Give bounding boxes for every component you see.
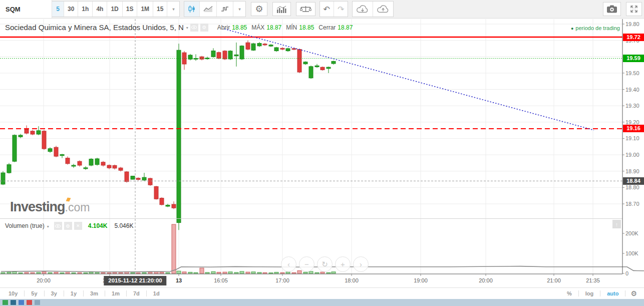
time-axis-label: 18:00 xyxy=(345,277,359,283)
chevron-left-icon: ‹ xyxy=(287,260,290,268)
volume-visibility-button[interactable] xyxy=(54,222,62,230)
time-axis-label: 20:00 xyxy=(479,277,493,283)
volume-axis-label: 200K xyxy=(625,230,638,236)
price-axis-label: 19.20 xyxy=(625,119,639,125)
ohlc-readout: Abrir18.85 MÁX18.87 MÍN18.85 Cerrar18.87 xyxy=(217,24,358,31)
eye-icon xyxy=(55,224,61,228)
volume-ma-value: 5.046K xyxy=(114,222,133,229)
scale-auto-button[interactable]: auto xyxy=(600,290,625,296)
zoom-in-button[interactable]: + xyxy=(335,256,351,272)
high-label: MÁX xyxy=(251,24,264,31)
taskbar-item[interactable] xyxy=(27,300,32,305)
volume-remove-button[interactable]: ✕ xyxy=(74,222,82,230)
volume-indicator-label[interactable]: Volumen (true) xyxy=(5,222,45,229)
minus-icon: − xyxy=(304,260,309,268)
range-3m[interactable]: 3m xyxy=(84,290,105,296)
zoom-out-button[interactable]: − xyxy=(299,256,314,272)
taskbar-item[interactable] xyxy=(11,300,16,305)
time-axis-label: 16:05 xyxy=(214,277,228,283)
series-settings-button[interactable]: ⚙ xyxy=(200,24,208,32)
session-legend: ●periodo de trading xyxy=(571,25,620,31)
price-axis-label: 19.50 xyxy=(625,70,639,76)
chevron-right-icon: › xyxy=(360,260,362,268)
plus-icon: + xyxy=(341,260,345,268)
time-axis-label: 21:35 xyxy=(586,277,600,283)
instrument-title[interactable]: Sociedad Quimica y Minera SA, Estados Un… xyxy=(5,23,184,32)
open-label: Abrir xyxy=(217,24,230,31)
close-value: 18.87 xyxy=(338,24,353,31)
pane-collapse-button[interactable]: ↑ xyxy=(612,220,621,228)
volume-axis-label: 100K xyxy=(625,250,638,256)
eye-icon xyxy=(191,26,197,29)
volume-axis-label: 0 xyxy=(625,270,628,276)
price-chip: 19.59 xyxy=(623,55,644,62)
price-axis-label: 19.40 xyxy=(625,87,639,93)
scroll-left-button[interactable]: ‹ xyxy=(281,256,296,272)
range-1d[interactable]: 1d xyxy=(147,290,166,296)
close-icon: ✕ xyxy=(76,223,80,228)
taskbar-item[interactable] xyxy=(19,300,24,305)
price-chip: 19.72 xyxy=(623,34,644,41)
price-axis-label: 18.90 xyxy=(625,168,639,174)
price-axis-label: 19.30 xyxy=(625,103,639,109)
range-10y[interactable]: 10y xyxy=(2,290,24,296)
high-value: 18.87 xyxy=(266,24,281,31)
scale-percent-button[interactable]: % xyxy=(560,290,578,296)
session-legend-label: periodo de trading xyxy=(575,25,620,31)
brand-name: Investing xyxy=(10,199,65,214)
price-chip: 18.84 xyxy=(623,177,644,185)
gear-icon: ⚙ xyxy=(630,289,637,297)
range-7d[interactable]: 7d xyxy=(127,290,146,296)
taskbar-item[interactable] xyxy=(3,300,8,305)
time-axis-label: 19:00 xyxy=(414,277,428,283)
time-axis-label: 17:00 xyxy=(275,277,289,283)
time-axis-label: 21:00 xyxy=(547,277,561,283)
price-axis-label: 19.00 xyxy=(625,152,639,158)
trading-chart-app: SQM 5 30 1h 4h 1D 1S 1M 15 ▾ xyxy=(0,0,644,306)
session-dot-icon: ● xyxy=(571,26,573,31)
axis-settings-button[interactable]: ⚙ xyxy=(625,289,644,297)
chevron-down-icon[interactable]: ▾ xyxy=(47,224,49,229)
open-value: 18.85 xyxy=(232,24,247,31)
range-1y[interactable]: 1y xyxy=(64,290,83,296)
reset-view-button[interactable]: ↻ xyxy=(317,256,333,272)
os-taskbar xyxy=(0,299,644,306)
low-label: MÍN xyxy=(286,24,297,31)
gear-icon: ⚙ xyxy=(66,223,70,229)
volume-settings-button[interactable]: ⚙ xyxy=(64,222,72,230)
brand-suffix: .com xyxy=(65,201,90,214)
arrow-up-icon: ↑ xyxy=(615,221,618,227)
bottom-toolbar: 10y 5y 3y 1y 3m 1m 7d 1d % log auto ⚙ xyxy=(0,287,644,299)
price-axis-label: 18.80 xyxy=(625,184,639,190)
scale-log-button[interactable]: log xyxy=(579,290,600,296)
range-3y[interactable]: 3y xyxy=(45,290,64,296)
volume-legend: Volumen (true) ▾ ⚙ ✕ 4.104K 5.046K xyxy=(5,222,133,230)
brand-watermark: Investing.com xyxy=(10,199,90,215)
time-axis-label: 13 xyxy=(176,277,182,283)
low-value: 18.85 xyxy=(299,24,314,31)
refresh-icon: ↻ xyxy=(321,260,328,269)
price-axis-label: 18.70 xyxy=(625,201,639,207)
range-1m[interactable]: 1m xyxy=(105,290,126,296)
price-axis-label: 19.80 xyxy=(625,21,639,27)
scroll-right-button[interactable]: › xyxy=(353,256,369,272)
price-chip: 19.16 xyxy=(623,125,644,132)
gear-icon: ⚙ xyxy=(202,25,206,30)
close-label: Cerrar xyxy=(318,24,336,31)
chevron-down-icon[interactable]: ▾ xyxy=(186,26,188,30)
crosshair-date-tooltip: 2015-11-12 21:20:00 xyxy=(104,276,166,285)
time-axis-label: 20:00 xyxy=(37,277,51,283)
chart-nav-controls: ‹ − ↻ + › xyxy=(281,256,369,272)
instrument-header: Sociedad Quimica y Minera SA, Estados Un… xyxy=(5,23,357,32)
series-visibility-button[interactable] xyxy=(190,24,198,32)
taskbar-item[interactable] xyxy=(35,300,40,305)
range-5y[interactable]: 5y xyxy=(25,290,44,296)
price-axis-label: 19.10 xyxy=(625,135,639,141)
volume-hover-value: 4.104K xyxy=(88,222,108,229)
